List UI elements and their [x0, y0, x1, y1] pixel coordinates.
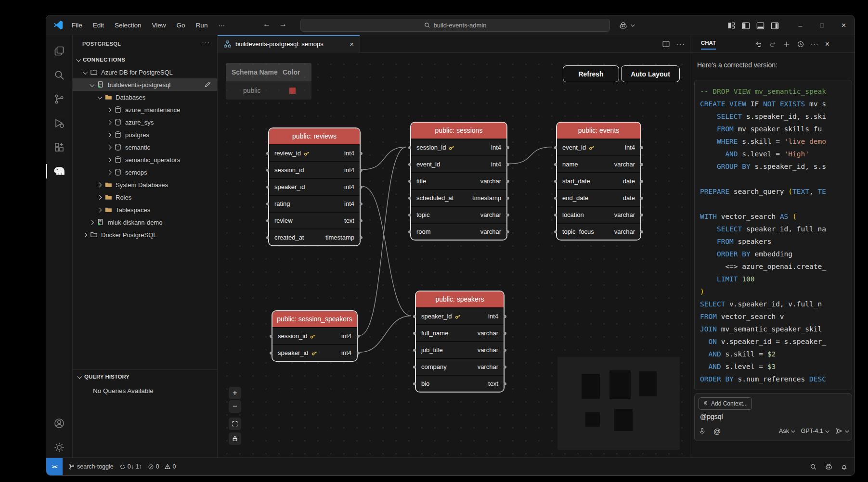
chat-input-value[interactable]: @pgsql [700, 413, 723, 420]
copilot-status-icon[interactable] [825, 463, 833, 471]
notifications-bell-icon[interactable] [841, 463, 848, 470]
git-branch-item[interactable]: search-toggle [68, 463, 114, 470]
tree-item-azure-db-for-postgresql[interactable]: Azure DB for PostgreSQL [73, 66, 217, 78]
table-column-row[interactable]: topicvarchar [411, 207, 506, 223]
menu-item-file[interactable]: File [67, 20, 87, 31]
copilot-icon[interactable] [617, 19, 629, 32]
auto-layout-button[interactable]: Auto Layout [621, 65, 680, 82]
diagram-table-publicspeakers[interactable]: public: speakersspeaker_idint4full_namev… [415, 291, 505, 393]
toggle-panel-icon[interactable] [754, 19, 766, 32]
table-column-row[interactable]: review_idint4 [269, 145, 360, 161]
table-column-row[interactable]: event_idint4 [411, 156, 506, 172]
undo-icon[interactable] [755, 40, 763, 48]
model-picker[interactable]: GPT-4.1 [801, 428, 828, 434]
postgresql-elephant-icon[interactable] [50, 162, 68, 180]
table-column-row[interactable]: roomvarchar [411, 224, 506, 240]
er-diagram-canvas[interactable]: public: reviewsreview_idint4session_idin… [218, 53, 690, 457]
table-column-row[interactable]: start_datedate [557, 173, 640, 189]
tree-item-tablespaces[interactable]: Tablespaces [73, 203, 217, 216]
table-column-row[interactable]: created_attimestamp [269, 229, 360, 245]
toggle-secondary-sidebar-icon[interactable] [768, 19, 781, 32]
tree-item-azure-sys[interactable]: azure_sys [73, 116, 217, 128]
query-history-header[interactable]: QUERY HISTORY [73, 370, 217, 383]
menu-item-selection[interactable]: Selection [110, 20, 146, 31]
chat-input-box[interactable]: Add Context... @pgsql @ Ask GPT-4.1 [694, 393, 852, 441]
tab-schema-visualization[interactable]: buildevents-postgresql: semops × [218, 35, 360, 53]
maximize-button[interactable]: □ [811, 15, 833, 35]
tree-item-roles[interactable]: Roles [73, 191, 217, 203]
tree-item-system-databases[interactable]: System Databases [73, 178, 217, 191]
lock-button[interactable] [229, 432, 241, 445]
chat-mode-picker[interactable]: Ask [779, 428, 794, 434]
refresh-button[interactable]: Refresh [563, 65, 619, 82]
diagram-minimap[interactable] [557, 357, 680, 450]
tree-item-buildevents-postgresql[interactable]: buildevents-postgresql [73, 78, 217, 91]
close-window-button[interactable]: × [833, 15, 855, 35]
explorer-icon[interactable] [50, 42, 68, 60]
nav-back-button[interactable]: ← [261, 20, 272, 28]
table-column-row[interactable]: titlevarchar [411, 173, 506, 189]
history-icon[interactable] [797, 40, 804, 48]
nav-forward-button[interactable]: → [277, 20, 289, 28]
table-column-row[interactable]: job_titlevarchar [416, 342, 504, 358]
tree-item-azure-maintenance[interactable]: azure_maintenance [73, 103, 217, 116]
source-control-icon[interactable] [50, 90, 68, 108]
table-header[interactable]: public: session_speakers [272, 311, 357, 327]
customize-layout-icon[interactable] [725, 19, 738, 32]
tree-item-mluk-diskann-demo[interactable]: mluk-diskann-demo [73, 216, 217, 228]
table-column-row[interactable]: scheduled_attimestamp [411, 190, 506, 206]
table-column-row[interactable]: biotext [416, 376, 504, 392]
zoom-in-button[interactable]: + [229, 387, 241, 399]
diagram-table-publicsessions[interactable]: public: sessionssession_idint4event_idin… [410, 122, 507, 241]
table-header[interactable]: public: sessions [411, 123, 506, 139]
tree-item-docker-postgresql[interactable]: Docker PostgreSQL [73, 228, 217, 241]
tree-item-postgres[interactable]: postgres [73, 128, 217, 141]
toggle-sidebar-icon[interactable] [739, 19, 752, 32]
menu-item-view[interactable]: View [148, 20, 170, 31]
split-editor-icon[interactable] [662, 40, 670, 48]
chat-close-icon[interactable]: × [825, 40, 829, 49]
mic-icon[interactable] [699, 428, 706, 435]
table-column-row[interactable]: session_idint4 [269, 162, 360, 178]
settings-gear-icon[interactable] [50, 438, 68, 457]
table-column-row[interactable]: end_datedate [557, 190, 640, 206]
table-column-row[interactable]: speaker_idint4 [272, 345, 357, 361]
chat-more-actions-icon[interactable]: ··· [811, 40, 819, 48]
edit-pencil-icon[interactable] [204, 81, 211, 88]
tab-close-icon[interactable]: × [350, 40, 354, 48]
table-header[interactable]: public: events [557, 123, 640, 139]
table-column-row[interactable]: reviewtext [269, 213, 360, 228]
send-button[interactable] [835, 427, 848, 435]
table-column-row[interactable]: session_idint4 [411, 140, 506, 155]
search-icon[interactable] [50, 66, 68, 84]
tree-item-semops[interactable]: semops [73, 166, 217, 178]
sidebar-more-actions-icon[interactable]: ··· [202, 38, 210, 46]
table-column-row[interactable]: namevarchar [557, 156, 640, 172]
new-chat-icon[interactable] [783, 40, 790, 48]
table-header[interactable]: public: speakers [416, 292, 504, 307]
table-column-row[interactable]: topic_focusvarchar [557, 224, 640, 240]
menu-item-go[interactable]: Go [172, 20, 190, 31]
table-column-row[interactable]: event_idint4 [557, 140, 640, 155]
sync-status-item[interactable]: 0↓ 1↑ [119, 463, 142, 470]
diagram-table-publicevents[interactable]: public: eventsevent_idint4namevarcharsta… [556, 122, 641, 241]
tree-item-semantic[interactable]: semantic [73, 141, 217, 153]
table-column-row[interactable]: speaker_idint4 [416, 308, 504, 324]
add-context-button[interactable]: Add Context... [699, 397, 752, 410]
table-column-row[interactable]: speaker_idint4 [269, 179, 360, 195]
account-icon[interactable] [50, 414, 68, 432]
table-column-row[interactable]: session_idint4 [272, 328, 357, 344]
editor-more-actions-icon[interactable]: ··· [676, 40, 685, 49]
redo-icon[interactable] [769, 40, 777, 48]
remote-indicator[interactable]: >< [46, 458, 63, 475]
table-column-row[interactable]: companyvarchar [416, 359, 504, 375]
menu-item-run[interactable]: Run [192, 20, 212, 31]
diagram-table-publicsession_speakers[interactable]: public: session_speakerssession_idint4sp… [272, 310, 358, 362]
command-center-search[interactable]: build-events-admin [300, 19, 610, 32]
diagram-table-publicreviews[interactable]: public: reviewsreview_idint4session_idin… [268, 127, 361, 246]
chat-tab[interactable]: CHAT [701, 40, 716, 50]
tree-item-semantic-operators[interactable]: semantic_operators [73, 153, 217, 166]
run-debug-icon[interactable] [50, 114, 68, 132]
table-column-row[interactable]: ratingint4 [269, 196, 360, 212]
minimize-button[interactable]: – [790, 15, 811, 35]
